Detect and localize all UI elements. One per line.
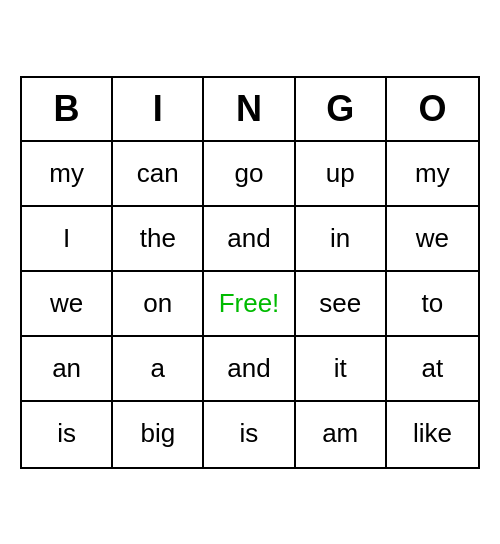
word-cell: a <box>113 337 204 402</box>
word-cell: and <box>204 207 295 272</box>
word-cell: we <box>22 272 113 337</box>
word-cell: I <box>22 207 113 272</box>
word-cell: at <box>387 337 478 402</box>
word-cell: my <box>22 142 113 207</box>
word-cell: on <box>113 272 204 337</box>
word-cell: to <box>387 272 478 337</box>
word-cell: big <box>113 402 204 467</box>
word-cell: up <box>296 142 387 207</box>
header-letter: I <box>113 78 204 140</box>
word-cell: it <box>296 337 387 402</box>
bingo-card: BINGO mycangoupmyItheandinweweonFree!see… <box>20 76 480 469</box>
word-cell: we <box>387 207 478 272</box>
header-letter: N <box>204 78 295 140</box>
header-letter: O <box>387 78 478 140</box>
free-cell: Free! <box>204 272 295 337</box>
bingo-body: mycangoupmyItheandinweweonFree!seetoanaa… <box>22 142 478 467</box>
word-cell: like <box>387 402 478 467</box>
word-cell: an <box>22 337 113 402</box>
word-cell: and <box>204 337 295 402</box>
word-cell: go <box>204 142 295 207</box>
header-letter: G <box>296 78 387 140</box>
word-cell: can <box>113 142 204 207</box>
word-cell: my <box>387 142 478 207</box>
word-cell: the <box>113 207 204 272</box>
word-cell: am <box>296 402 387 467</box>
word-cell: is <box>204 402 295 467</box>
word-cell: in <box>296 207 387 272</box>
bingo-header: BINGO <box>22 78 478 142</box>
word-cell: see <box>296 272 387 337</box>
word-cell: is <box>22 402 113 467</box>
header-letter: B <box>22 78 113 140</box>
